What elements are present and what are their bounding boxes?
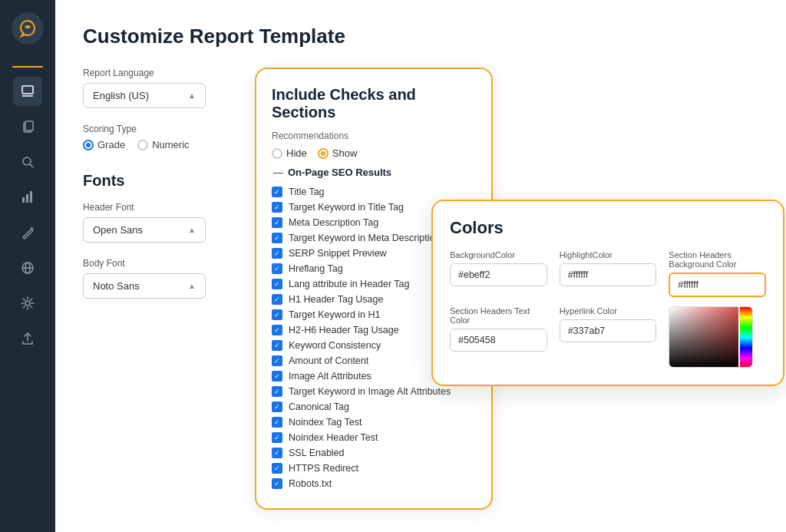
sidebar-item-tool[interactable]	[13, 218, 42, 247]
sidebar-item-chart[interactable]	[13, 183, 42, 212]
hyperlink-color-field: Hyperlink Color	[560, 306, 657, 368]
checkbox-icon[interactable]: ✓	[272, 478, 282, 489]
sidebar-divider	[12, 66, 43, 68]
scoring-numeric-radio[interactable]	[137, 140, 148, 150]
color-picker-field	[669, 306, 766, 368]
list-item: ✓Noindex Header Test	[272, 430, 476, 445]
fonts-section: Fonts Header Font Open Sans ▲ Body Font …	[83, 172, 236, 299]
checkbox-icon[interactable]: ✓	[272, 294, 282, 305]
section-headers-text-input[interactable]	[450, 329, 547, 352]
hide-option[interactable]: Hide	[272, 147, 307, 159]
header-font-section: Header Font Open Sans ▲	[83, 202, 236, 243]
checkbox-icon[interactable]: ✓	[272, 202, 282, 213]
svg-line-5	[30, 164, 33, 167]
body-font-value: Noto Sans	[93, 280, 140, 292]
background-color-field: BackgroundColor	[450, 250, 547, 297]
list-item: ✓Title Tag	[272, 184, 476, 200]
color-spectrum[interactable]	[740, 307, 752, 368]
app-logo[interactable]	[12, 12, 44, 45]
checkbox-icon[interactable]: ✓	[272, 448, 282, 458]
sidebar-item-search[interactable]	[13, 147, 42, 177]
highlight-color-input[interactable]	[560, 263, 657, 286]
scoring-grade-radio[interactable]	[83, 140, 94, 150]
checkbox-icon[interactable]: ✓	[272, 217, 282, 228]
header-font-select[interactable]: Open Sans ▲	[83, 217, 206, 243]
checkbox-icon[interactable]: ✓	[272, 340, 282, 351]
colors-grid: BackgroundColor HighlightColor Section H…	[450, 250, 766, 368]
section-headers-text-color-field: Section Headers Text Color	[450, 306, 547, 368]
checkbox-icon[interactable]: ✓	[272, 432, 282, 443]
checkbox-icon[interactable]: ✓	[272, 401, 282, 412]
checkbox-icon[interactable]: ✓	[272, 279, 282, 289]
header-font-arrow-icon: ▲	[188, 226, 196, 234]
main-content: Customize Report Template Report Languag…	[55, 0, 786, 532]
sidebar-item-upload[interactable]	[13, 324, 42, 353]
header-font-label: Header Font	[83, 202, 236, 213]
list-item: ✓SSL Enabled	[272, 445, 476, 461]
scoring-numeric-option[interactable]: Numeric	[137, 139, 189, 150]
section-headers-bg-color-field: Section Headers Background Color	[669, 250, 766, 297]
checkbox-icon[interactable]: ✓	[272, 386, 282, 397]
checkbox-icon[interactable]: ✓	[272, 309, 282, 320]
checkbox-icon[interactable]: ✓	[272, 187, 282, 197]
background-color-input[interactable]	[450, 263, 547, 286]
list-item: ✓HTTPS Redirect	[272, 461, 476, 476]
background-color-label: BackgroundColor	[450, 250, 547, 259]
sidebar-item-copy[interactable]	[13, 112, 42, 141]
checkbox-icon[interactable]: ✓	[272, 371, 282, 382]
colors-card: Colors BackgroundColor HighlightColor Se…	[431, 200, 784, 386]
list-item: ✓Canonical Tag	[272, 399, 476, 415]
hyperlink-color-input[interactable]	[560, 319, 657, 342]
checkbox-icon[interactable]: ✓	[272, 355, 282, 366]
sidebar-item-edit[interactable]	[13, 77, 42, 106]
show-label: Show	[332, 147, 358, 159]
list-item: ✓Target Keyword in Image Alt Attributes	[272, 384, 476, 399]
colors-title: Colors	[450, 218, 766, 238]
checkbox-icon[interactable]: ✓	[272, 233, 282, 243]
section-headers-text-label: Section Headers Text Color	[450, 306, 547, 325]
left-panel: Report Language English (US) ▲ Scoring T…	[83, 68, 236, 314]
recommendations-label: Recommendations	[272, 131, 476, 141]
fonts-title: Fonts	[83, 172, 236, 190]
language-value: English (US)	[93, 90, 149, 101]
scoring-type-label: Scoring Type	[83, 124, 236, 134]
report-language-section: Report Language English (US) ▲	[83, 68, 236, 108]
svg-rect-0	[22, 86, 33, 94]
highlight-color-label: HighlightColor	[560, 250, 657, 259]
highlight-color-field: HighlightColor	[560, 250, 657, 297]
body-font-section: Body Font Noto Sans ▲	[83, 258, 236, 299]
svg-rect-6	[22, 197, 25, 203]
hide-show-radio-group: Hide Show	[272, 147, 476, 159]
scoring-grade-label: Grade	[97, 139, 125, 150]
checkbox-icon[interactable]: ✓	[272, 463, 282, 474]
hide-radio[interactable]	[272, 148, 282, 159]
svg-rect-8	[30, 191, 32, 203]
body-font-select[interactable]: Noto Sans ▲	[83, 273, 206, 299]
scoring-numeric-label: Numeric	[152, 139, 189, 150]
scoring-type-section: Scoring Type Grade Numeric	[83, 124, 236, 150]
color-picker[interactable]	[669, 306, 753, 368]
show-radio[interactable]	[318, 148, 329, 159]
show-option[interactable]: Show	[318, 147, 358, 159]
on-page-seo-section-header: On-Page SEO Results	[272, 167, 476, 178]
svg-rect-7	[26, 194, 28, 203]
checkbox-icon[interactable]: ✓	[272, 325, 282, 335]
checkbox-icon[interactable]: ✓	[272, 248, 282, 259]
section-headers-bg-input[interactable]	[669, 273, 766, 297]
list-item: ✓Noindex Tag Test	[272, 415, 476, 430]
sidebar-item-globe[interactable]	[13, 253, 42, 283]
language-select[interactable]: English (US) ▲	[83, 83, 206, 108]
svg-point-13	[25, 301, 30, 306]
checkbox-icon[interactable]: ✓	[272, 263, 282, 274]
sidebar-item-settings[interactable]	[13, 289, 42, 318]
svg-rect-3	[25, 121, 33, 131]
checkbox-icon[interactable]: ✓	[272, 417, 282, 428]
scoring-radio-group: Grade Numeric	[83, 139, 236, 150]
section-headers-bg-label: Section Headers Background Color	[669, 250, 766, 269]
scoring-grade-option[interactable]: Grade	[83, 139, 125, 150]
hide-label: Hide	[286, 147, 307, 159]
body-font-label: Body Font	[83, 258, 236, 269]
hyperlink-color-label: Hyperlink Color	[560, 306, 657, 316]
header-font-value: Open Sans	[93, 224, 143, 236]
page-title: Customize Report Template	[83, 25, 758, 48]
